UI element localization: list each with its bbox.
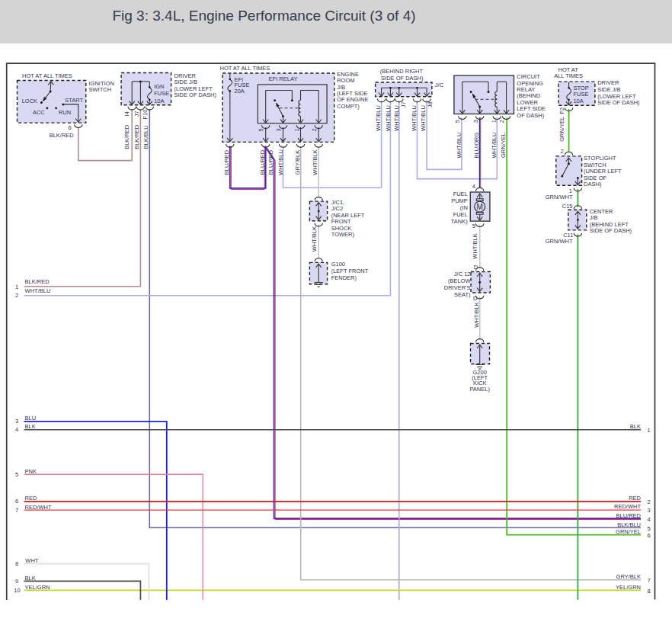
svg-text:SWITCH: SWITCH (89, 86, 112, 93)
svg-text:4: 4 (648, 516, 651, 523)
svg-text:BLK: BLK (630, 423, 641, 430)
svg-text:RED: RED (629, 495, 641, 502)
svg-text:C15: C15 (562, 203, 573, 210)
svg-text:I4: I4 (123, 111, 130, 116)
svg-text:WHT/BLU: WHT/BLU (491, 133, 498, 159)
svg-text:PANEL): PANEL) (469, 386, 490, 393)
svg-text:OF DASH): OF DASH) (517, 112, 544, 119)
svg-text:D: D (473, 295, 478, 302)
svg-text:START: START (65, 97, 83, 104)
svg-text:PNK: PNK (25, 468, 37, 475)
svg-text:10: 10 (14, 587, 20, 594)
svg-text:9: 9 (15, 578, 18, 585)
svg-text:10A: 10A (154, 98, 164, 104)
svg-text:2: 2 (311, 128, 318, 131)
svg-text:1: 1 (293, 128, 300, 131)
svg-text:5: 5 (258, 128, 264, 131)
svg-text:WHT/BLU: WHT/BLU (411, 105, 418, 131)
svg-text:BLK/BLU: BLK/BLU (617, 521, 641, 528)
svg-text:2: 2 (498, 120, 505, 123)
svg-text:7: 7 (648, 577, 651, 584)
svg-text:3: 3 (472, 120, 479, 123)
svg-text:BLK/RED: BLK/RED (25, 278, 50, 285)
svg-text:WHT/BLU: WHT/BLU (375, 105, 382, 131)
svg-text:4: 4 (15, 426, 18, 433)
svg-text:(LEFT FRONT: (LEFT FRONT (331, 268, 369, 274)
svg-text:HOT AT ALL TIMES: HOT AT ALL TIMES (220, 65, 270, 72)
svg-text:GRN/WHT: GRN/WHT (546, 194, 573, 200)
svg-text:WHT/BLU: WHT/BLU (25, 287, 51, 294)
svg-text:FUEL: FUEL (453, 211, 468, 218)
svg-text:5: 5 (648, 525, 651, 532)
svg-text:RUN: RUN (59, 109, 71, 116)
svg-text:LOCK: LOCK (22, 98, 37, 104)
svg-text:YEL/GRN: YEL/GRN (25, 584, 50, 591)
svg-text:ALL TIMES: ALL TIMES (554, 72, 583, 79)
svg-text:SIDE OF DASH): SIDE OF DASH) (381, 75, 424, 82)
svg-text:BLK/RED: BLK/RED (123, 124, 130, 149)
svg-text:8: 8 (648, 588, 651, 595)
svg-text:BLU/RED: BLU/RED (616, 512, 641, 519)
svg-text:BLU/RED: BLU/RED (223, 149, 230, 175)
svg-text:BLK/BLU: BLK/BLU (142, 125, 149, 149)
svg-text:BLK/RED: BLK/RED (133, 124, 140, 149)
svg-text:(BEHIND RIGHT: (BEHIND RIGHT (380, 68, 424, 75)
svg-text:1: 1 (15, 284, 18, 290)
svg-text:WHT/BLU: WHT/BLU (393, 105, 400, 131)
svg-text:M: M (477, 203, 483, 211)
svg-text:RED/WHT: RED/WHT (614, 503, 641, 510)
svg-text:3: 3 (15, 418, 18, 425)
svg-text:5: 5 (15, 471, 18, 478)
svg-text:BLK: BLK (25, 423, 36, 430)
svg-text:RED: RED (25, 495, 37, 502)
svg-text:BLU/RED: BLU/RED (267, 149, 274, 175)
svg-text:(BELOW: (BELOW (448, 277, 472, 284)
svg-text:6: 6 (15, 498, 18, 505)
svg-text:WHT/BLU: WHT/BLU (456, 133, 462, 159)
svg-text:1: 1 (648, 427, 651, 434)
svg-text:GRN/YEL: GRN/YEL (558, 117, 565, 142)
svg-text:6: 6 (648, 532, 651, 539)
svg-text:EFI RELAY: EFI RELAY (269, 75, 298, 82)
svg-text:5: 5 (454, 120, 461, 123)
svg-text:J7: J7 (400, 101, 407, 107)
svg-text:SIDE OF DASH): SIDE OF DASH) (597, 99, 640, 106)
svg-text:6: 6 (68, 124, 71, 131)
svg-text:DASH): DASH) (584, 181, 602, 188)
svg-text:(IN: (IN (460, 204, 468, 211)
svg-text:FUEL: FUEL (453, 191, 468, 197)
svg-text:5: 5 (472, 223, 475, 229)
svg-text:10A: 10A (573, 98, 583, 104)
svg-text:3: 3 (275, 128, 282, 131)
svg-text:ACC: ACC (33, 109, 45, 116)
svg-text:COMPT): COMPT) (337, 103, 360, 110)
svg-text:FENDER): FENDER) (331, 274, 357, 281)
svg-text:1: 1 (491, 120, 498, 123)
svg-text:WHT/BLK: WHT/BLK (472, 233, 478, 258)
svg-text:WHT/BLK: WHT/BLK (473, 302, 480, 327)
svg-text:WHT/BLU: WHT/BLU (385, 105, 392, 131)
svg-text:BLK: BLK (25, 575, 36, 582)
svg-text:TANK): TANK) (451, 218, 468, 225)
svg-text:WHT/BLU: WHT/BLU (277, 149, 284, 175)
svg-text:J/C: J/C (435, 82, 444, 88)
svg-text:GRN/YEL: GRN/YEL (616, 528, 641, 535)
svg-text:F10: F10 (142, 109, 149, 119)
svg-text:BLU/ORG: BLU/ORG (473, 132, 480, 158)
svg-text:SEAT): SEAT) (454, 291, 471, 298)
svg-text:TOWER): TOWER) (331, 231, 355, 238)
svg-text:IGN: IGN (154, 83, 164, 90)
svg-text:SIDE OF DASH): SIDE OF DASH) (174, 91, 217, 98)
svg-text:GRY/BLK: GRY/BLK (294, 150, 301, 175)
svg-text:2: 2 (648, 499, 651, 505)
svg-text:PUMP: PUMP (451, 197, 468, 204)
svg-text:F2: F2 (558, 107, 565, 114)
svg-text:2: 2 (15, 292, 18, 299)
svg-text:WHT/BLU: WHT/BLU (420, 105, 427, 131)
svg-text:FUSE: FUSE (154, 90, 169, 97)
svg-text:3: 3 (648, 507, 651, 514)
svg-text:SIDE OF DASH): SIDE OF DASH) (590, 227, 632, 234)
svg-text:J7: J7 (133, 111, 140, 117)
svg-text:BLU/RED: BLU/RED (259, 149, 266, 175)
svg-text:GRY/BLK: GRY/BLK (616, 573, 641, 580)
